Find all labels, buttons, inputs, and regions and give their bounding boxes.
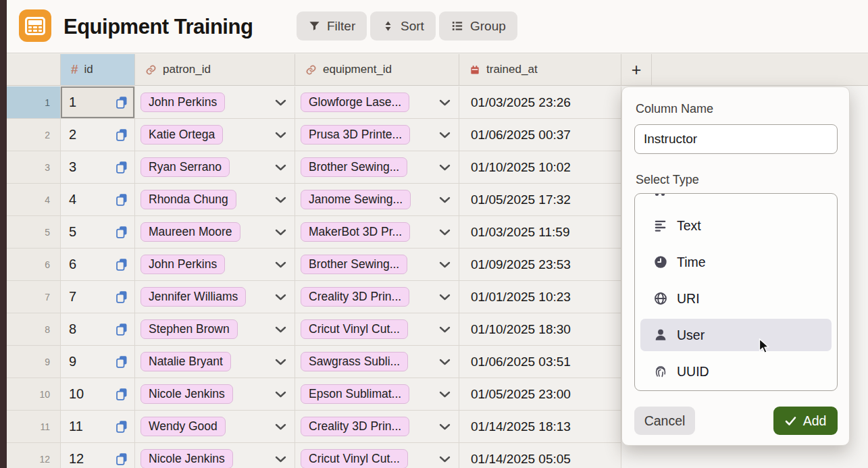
trained-at-cell[interactable]: 01/05/2025 17:32 bbox=[459, 184, 621, 216]
equipment-cell[interactable]: Prusa 3D Printe... bbox=[295, 119, 459, 151]
equipment-pill[interactable]: Brother Sewing... bbox=[301, 157, 407, 177]
patron-cell[interactable]: Maureen Moore bbox=[135, 216, 295, 249]
chevron-down-icon[interactable] bbox=[439, 197, 451, 203]
chevron-down-icon[interactable] bbox=[275, 261, 286, 268]
row-number-cell[interactable]: 2 bbox=[7, 119, 61, 151]
row-number-cell[interactable]: 12 bbox=[7, 443, 61, 468]
equipment-pill[interactable]: Prusa 3D Printe... bbox=[301, 125, 410, 145]
patron-pill[interactable]: Natalie Bryant bbox=[141, 352, 231, 371]
patron-cell[interactable]: John Perkins bbox=[135, 249, 295, 281]
row-number-header[interactable] bbox=[7, 54, 61, 86]
copy-icon[interactable] bbox=[115, 257, 129, 271]
filter-button[interactable]: Filter bbox=[297, 11, 367, 41]
patron-pill[interactable]: Nicole Jenkins bbox=[141, 384, 233, 404]
id-cell[interactable]: 6 bbox=[61, 249, 135, 281]
chevron-down-icon[interactable] bbox=[275, 391, 286, 398]
trained-at-cell[interactable]: 01/01/2025 10:23 bbox=[459, 281, 621, 313]
row-number-cell[interactable]: 4 bbox=[7, 184, 61, 216]
group-button[interactable]: Group bbox=[439, 11, 517, 41]
patron-pill[interactable]: Wendy Good bbox=[141, 417, 226, 436]
copy-icon[interactable] bbox=[115, 355, 129, 369]
trained-at-cell[interactable]: 01/10/2025 18:30 bbox=[459, 313, 621, 346]
trained-at-cell[interactable]: 01/14/2025 05:05 bbox=[459, 443, 621, 468]
column-header-trained-at[interactable]: trained_at bbox=[459, 54, 621, 86]
chevron-down-icon[interactable] bbox=[275, 164, 286, 171]
chevron-down-icon[interactable] bbox=[275, 359, 286, 365]
id-cell[interactable]: 3 bbox=[61, 151, 135, 184]
patron-cell[interactable]: Wendy Good bbox=[135, 411, 295, 443]
equipment-cell[interactable]: Creality 3D Prin... bbox=[295, 281, 459, 313]
copy-icon[interactable] bbox=[115, 225, 129, 239]
patron-cell[interactable]: Rhonda Chung bbox=[135, 184, 295, 216]
chevron-down-icon[interactable] bbox=[275, 423, 286, 430]
type-listbox[interactable]: Text Time URI User bbox=[634, 193, 838, 391]
patron-cell[interactable]: John Perkins bbox=[135, 86, 295, 119]
chevron-down-icon[interactable] bbox=[275, 326, 286, 333]
column-name-input[interactable] bbox=[634, 124, 838, 154]
chevron-down-icon[interactable] bbox=[439, 132, 451, 138]
add-button[interactable]: Add bbox=[773, 407, 838, 435]
id-cell[interactable]: 10 bbox=[61, 378, 135, 411]
copy-icon[interactable] bbox=[115, 419, 129, 434]
equipment-cell[interactable]: Janome Sewing... bbox=[295, 184, 459, 216]
trained-at-cell[interactable]: 01/03/2025 11:59 bbox=[459, 216, 621, 249]
cancel-button[interactable]: Cancel bbox=[634, 407, 695, 435]
patron-pill[interactable]: Stephen Brown bbox=[141, 319, 238, 339]
patron-pill[interactable]: John Perkins bbox=[141, 255, 225, 274]
equipment-cell[interactable]: Cricut Vinyl Cut... bbox=[295, 313, 459, 346]
equipment-cell[interactable]: Epson Sublimat... bbox=[295, 378, 459, 411]
copy-icon[interactable] bbox=[115, 290, 129, 304]
id-cell[interactable]: 12 bbox=[61, 443, 135, 468]
column-header-equipment-id[interactable]: equipment_id bbox=[295, 54, 459, 86]
trained-at-cell[interactable]: 01/14/2025 18:13 bbox=[459, 411, 621, 443]
chevron-down-icon[interactable] bbox=[275, 294, 286, 301]
patron-pill[interactable]: Katie Ortega bbox=[141, 125, 223, 145]
patron-pill[interactable]: Jennifer Williams bbox=[141, 287, 246, 307]
trained-at-cell[interactable]: 01/06/2025 03:51 bbox=[459, 346, 621, 378]
patron-pill[interactable]: Maureen Moore bbox=[141, 222, 240, 242]
row-number-cell[interactable]: 6 bbox=[7, 249, 61, 281]
copy-icon[interactable] bbox=[115, 452, 129, 466]
equipment-pill[interactable]: Cricut Vinyl Cut... bbox=[301, 319, 408, 339]
trained-at-cell[interactable]: 01/09/2025 23:53 bbox=[459, 249, 621, 281]
type-option-user[interactable]: User bbox=[640, 319, 832, 351]
chevron-down-icon[interactable] bbox=[439, 326, 451, 333]
patron-cell[interactable]: Natalie Bryant bbox=[135, 346, 295, 378]
row-number-cell[interactable]: 9 bbox=[7, 346, 61, 378]
trained-at-cell[interactable]: 01/03/2025 23:26 bbox=[459, 86, 621, 119]
id-cell[interactable]: 7 bbox=[61, 281, 135, 313]
trained-at-cell[interactable]: 01/05/2025 23:00 bbox=[459, 378, 621, 411]
id-cell[interactable]: 4 bbox=[61, 184, 135, 216]
id-cell[interactable]: 11 bbox=[61, 411, 135, 443]
chevron-down-icon[interactable] bbox=[439, 456, 451, 463]
trained-at-cell[interactable]: 01/10/2025 10:02 bbox=[459, 151, 621, 184]
copy-icon[interactable] bbox=[115, 160, 129, 174]
sort-button[interactable]: Sort bbox=[370, 11, 436, 41]
chevron-down-icon[interactable] bbox=[275, 456, 286, 463]
add-column-button[interactable]: + bbox=[621, 54, 652, 86]
equipment-cell[interactable]: Glowforge Lase... bbox=[295, 86, 459, 119]
chevron-down-icon[interactable] bbox=[439, 294, 451, 301]
row-number-cell[interactable]: 3 bbox=[7, 151, 61, 184]
chevron-down-icon[interactable] bbox=[439, 164, 451, 171]
chevron-down-icon[interactable] bbox=[439, 359, 451, 365]
row-number-cell[interactable]: 1 bbox=[7, 86, 61, 119]
patron-pill[interactable]: Ryan Serrano bbox=[141, 157, 230, 177]
type-option-uri[interactable]: URI bbox=[640, 282, 832, 315]
chevron-down-icon[interactable] bbox=[439, 423, 451, 430]
id-cell[interactable]: 8 bbox=[61, 313, 135, 346]
row-number-cell[interactable]: 5 bbox=[7, 216, 61, 249]
equipment-cell[interactable]: MakerBot 3D Pr... bbox=[295, 216, 459, 249]
column-header-patron-id[interactable]: patron_id bbox=[135, 54, 295, 86]
chevron-down-icon[interactable] bbox=[275, 229, 286, 236]
chevron-down-icon[interactable] bbox=[275, 132, 286, 138]
equipment-cell[interactable]: Sawgrass Subli... bbox=[295, 346, 459, 378]
chevron-down-icon[interactable] bbox=[275, 197, 286, 203]
row-number-cell[interactable]: 11 bbox=[7, 411, 61, 443]
row-number-cell[interactable]: 7 bbox=[7, 281, 61, 313]
id-cell[interactable]: 2 bbox=[61, 119, 135, 151]
chevron-down-icon[interactable] bbox=[275, 99, 286, 106]
id-cell[interactable]: 5 bbox=[61, 216, 135, 249]
copy-icon[interactable] bbox=[115, 387, 129, 401]
equipment-pill[interactable]: Janome Sewing... bbox=[301, 190, 411, 209]
